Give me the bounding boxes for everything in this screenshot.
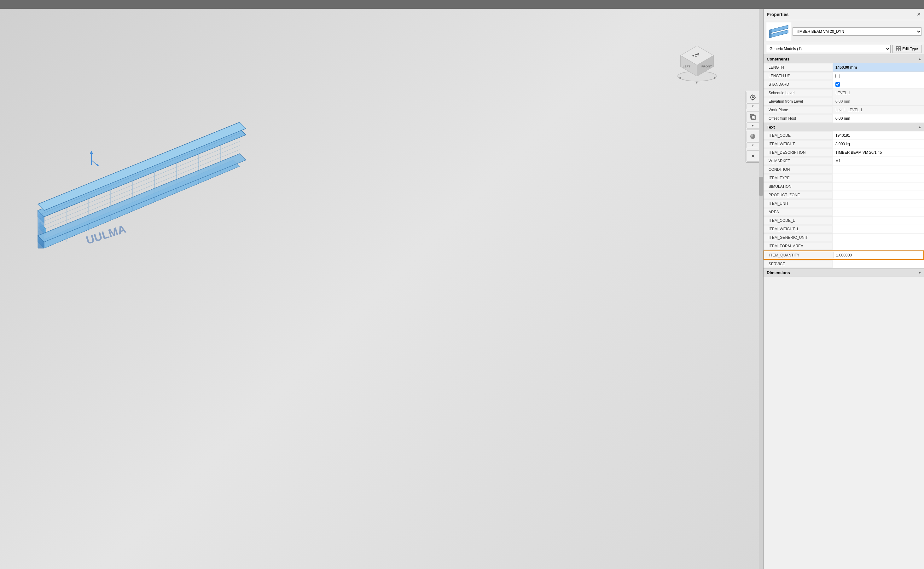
constraints-chevron: ∧ <box>919 57 921 61</box>
prop-value-item-type <box>833 174 924 182</box>
prop-value-w-market: M1 <box>833 157 924 165</box>
prop-value-standard[interactable] <box>833 80 924 88</box>
prop-value-item-weight: 8.000 kg <box>833 140 924 148</box>
prop-label-item-code-l: ITEM_CODE_L <box>764 218 833 224</box>
prop-row-condition: CONDITION <box>764 166 924 174</box>
prop-row-item-weight-l: ITEM_WEIGHT_L <box>764 225 924 233</box>
prop-row-item-generic-unit: ITEM_GENERIC_UNIT <box>764 233 924 242</box>
type-name-dropdown[interactable]: TIMBER BEAM VM 20_DYN <box>793 27 921 36</box>
instance-dropdown[interactable]: Generic Models (1) <box>766 45 890 53</box>
top-bar <box>0 0 924 9</box>
viewport: ◄ ► ▲ ▼ TOP LEFT FRONT <box>0 9 763 569</box>
prop-label-w-market: W_MARKET <box>764 158 833 164</box>
dimensions-chevron: ∨ <box>919 271 921 274</box>
prop-label-work-plane: Work Plane <box>764 107 833 113</box>
prop-value-item-unit <box>833 199 924 208</box>
prop-label-item-type: ITEM_TYPE <box>764 175 833 181</box>
prop-row-item-quantity: ITEM_QUANTITY 1.000000 <box>764 251 924 260</box>
zoom-dropdown[interactable]: ▼ <box>747 123 759 129</box>
svg-rect-61 <box>899 49 901 51</box>
prop-row-item-description: ITEM_DESCRIPTION TIMBER BEAM VM 20/1.45 <box>764 148 924 157</box>
prop-value-item-description: TIMBER BEAM VM 20/1.45 <box>833 148 924 157</box>
svg-text:FRONT: FRONT <box>701 65 712 68</box>
edit-type-icon <box>896 46 901 51</box>
edit-type-button[interactable]: Edit Type <box>892 45 921 53</box>
section-header-dimensions[interactable]: Dimensions ∨ <box>764 268 924 277</box>
prop-label-product-zone: PRODUCT_ZONE <box>764 192 833 198</box>
prop-value-item-weight-l <box>833 225 924 233</box>
svg-line-36 <box>38 150 239 231</box>
zoom-button[interactable] <box>747 111 759 123</box>
prop-value-schedule-level: LEVEL 1 <box>833 89 924 97</box>
prop-value-item-quantity[interactable]: 1.000000 <box>834 251 923 259</box>
length-up-checkbox[interactable] <box>836 74 840 78</box>
prop-row-length-up: LENGTH UP <box>764 72 924 80</box>
dimension-arrow <box>88 151 101 169</box>
main-area: ◄ ► ▲ ▼ TOP LEFT FRONT <box>0 9 924 569</box>
section-header-text[interactable]: Text ∧ <box>764 123 924 131</box>
prop-row-item-unit: ITEM_UNIT <box>764 199 924 208</box>
prop-row-offset-from-host: Offset from Host 0.00 mm <box>764 114 924 123</box>
camera-button[interactable] <box>747 92 759 103</box>
section-header-constraints[interactable]: Constraints ∧ <box>764 55 924 63</box>
type-preview <box>766 22 791 41</box>
section-label-constraints: Constraints <box>767 57 789 61</box>
svg-point-43 <box>752 96 754 98</box>
svg-rect-58 <box>896 47 898 49</box>
viewport-scrollbar[interactable] <box>759 9 763 569</box>
prop-row-length: LENGTH 1450.00 mm <box>764 63 924 72</box>
type-name-area: TIMBER BEAM VM 20_DYN <box>793 27 921 36</box>
prop-label-length-up: LENGTH UP <box>764 73 833 79</box>
prop-label-offset-from-host: Offset from Host <box>764 115 833 122</box>
prop-label-simulation: SIMULATION <box>764 183 833 190</box>
prop-value-simulation <box>833 183 924 191</box>
prop-row-item-code: ITEM_CODE 1940191 <box>764 131 924 140</box>
viewport-toolbar: ▼ ▼ ▼ <box>746 91 760 163</box>
prop-label-item-generic-unit: ITEM_GENERIC_UNIT <box>764 234 833 241</box>
prop-label-item-code: ITEM_CODE <box>764 132 833 138</box>
svg-marker-55 <box>769 30 772 38</box>
viewport-inner: ◄ ► ▲ ▼ TOP LEFT FRONT <box>0 9 763 569</box>
prop-row-elevation-from-level: Elevation from Level 0.00 mm <box>764 97 924 106</box>
beam-3d: UULMA <box>19 91 259 274</box>
svg-rect-60 <box>896 49 898 51</box>
standard-checkbox[interactable] <box>836 82 840 87</box>
prop-value-length[interactable]: 1450.00 mm <box>833 63 924 72</box>
render-dropdown[interactable]: ▼ <box>747 142 759 148</box>
close-viewport-button[interactable]: ✕ <box>747 150 759 161</box>
prop-value-length-up[interactable] <box>833 72 924 80</box>
prop-value-item-form-area <box>833 242 924 250</box>
prop-row-area: AREA <box>764 208 924 216</box>
prop-label-item-quantity: ITEM_QUANTITY <box>764 252 834 259</box>
section-label-dimensions: Dimensions <box>767 270 790 275</box>
type-selector-area: TIMBER BEAM VM 20_DYN <box>764 20 924 43</box>
render-button[interactable] <box>747 131 759 142</box>
text-chevron: ∧ <box>919 125 921 129</box>
prop-row-w-market: W_MARKET M1 <box>764 157 924 166</box>
prop-value-elevation-from-level: 0.00 mm <box>833 97 924 105</box>
prop-value-work-plane: Level : LEVEL 1 <box>833 106 924 114</box>
prop-row-work-plane: Work Plane Level : LEVEL 1 <box>764 106 924 114</box>
prop-row-item-type: ITEM_TYPE <box>764 174 924 183</box>
prop-label-schedule-level: Schedule Level <box>764 90 833 96</box>
nav-cube[interactable]: ◄ ► ▲ ▼ TOP LEFT FRONT <box>675 40 726 91</box>
prop-row-standard: STANDARD <box>764 80 924 89</box>
prop-row-item-form-area: ITEM_FORM_AREA <box>764 242 924 251</box>
prop-value-service <box>833 260 924 268</box>
prop-value-offset-from-host: 0.00 mm <box>833 114 924 123</box>
prop-row-service: SERVICE <box>764 260 924 268</box>
svg-rect-59 <box>899 47 901 49</box>
svg-point-52 <box>751 134 753 137</box>
properties-table: Constraints ∧ LENGTH 1450.00 mm LENGTH U… <box>764 55 924 569</box>
svg-line-40 <box>91 160 98 166</box>
camera-dropdown[interactable]: ▼ <box>747 103 759 109</box>
prop-value-item-generic-unit <box>833 233 924 242</box>
svg-line-34 <box>38 141 239 224</box>
panel-close-button[interactable]: ✕ <box>917 11 921 17</box>
svg-rect-49 <box>752 116 755 119</box>
svg-text:▼: ▼ <box>695 80 698 84</box>
prop-label-condition: CONDITION <box>764 166 833 173</box>
properties-panel: Properties ✕ TIMBER BEAM VM 20_DYN <box>763 9 924 569</box>
svg-text:◄: ◄ <box>678 76 682 80</box>
prop-label-item-weight: ITEM_WEIGHT <box>764 141 833 147</box>
